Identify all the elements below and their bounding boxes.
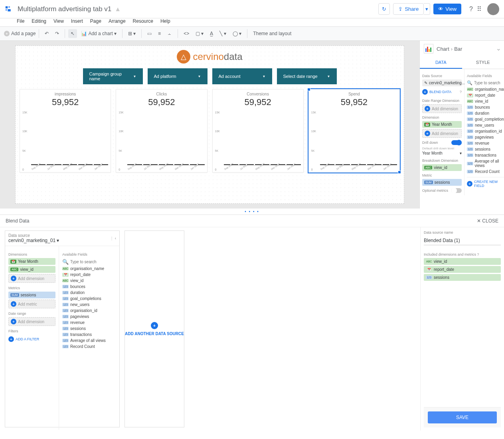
menu-arrange[interactable]: Arrange bbox=[109, 18, 126, 24]
add-date-dim[interactable]: +Add dimension bbox=[422, 104, 462, 113]
theme-button[interactable]: Theme and layout bbox=[251, 29, 294, 38]
dimension-chip[interactable]: 📅Year Month bbox=[422, 121, 462, 128]
field-item[interactable]: ABCorganisation_name bbox=[62, 266, 116, 272]
field-item[interactable]: 123Average of all views bbox=[62, 338, 116, 344]
date-control-button[interactable]: ▭ bbox=[145, 29, 154, 38]
tab-style[interactable]: STYLE bbox=[462, 57, 504, 69]
field-item[interactable]: 123sessions bbox=[62, 326, 116, 332]
panel-header[interactable]: Chart›Bar ⌵ bbox=[420, 41, 504, 57]
menu-view[interactable]: View bbox=[53, 18, 64, 24]
blend-dim-1[interactable]: 📅Year Month bbox=[8, 258, 55, 265]
filter-platform[interactable]: Ad platform▼ bbox=[148, 68, 208, 84]
field-item[interactable]: 123bounces bbox=[467, 104, 504, 110]
avatar[interactable] bbox=[487, 3, 499, 15]
scorecard-3[interactable]: Spend 59,952 15K 10K 5K 0 Sep 2019Jul 20… bbox=[308, 89, 400, 173]
refresh-button[interactable]: ↻ bbox=[378, 3, 390, 15]
included-field[interactable]: ABCview_id bbox=[424, 258, 501, 265]
optional-toggle[interactable] bbox=[451, 188, 462, 193]
breakdown-chip[interactable]: ABCview_id bbox=[422, 164, 462, 171]
field-item[interactable]: 123duration bbox=[62, 290, 116, 296]
field-item[interactable]: 123Record Count bbox=[62, 344, 116, 350]
shape-button[interactable]: ◯ ▾ bbox=[230, 29, 244, 38]
field-item[interactable]: ABCview_id bbox=[467, 98, 504, 104]
blend-add-dim[interactable]: +Add dimension bbox=[8, 274, 55, 283]
drill-toggle[interactable] bbox=[451, 140, 462, 145]
field-item[interactable]: ABCorganisation_name bbox=[467, 86, 504, 92]
blend-add-metric[interactable]: +Add metric bbox=[8, 300, 55, 308]
blend-search[interactable]: 🔍 bbox=[62, 258, 116, 266]
undo-button[interactable]: ↶ bbox=[42, 29, 51, 38]
chevron-down-icon[interactable]: ⌵ bbox=[497, 46, 500, 52]
blended-name-input[interactable]: Blended Data (1) bbox=[424, 236, 501, 245]
help-icon[interactable]: ? bbox=[469, 6, 473, 13]
blend-data-link[interactable]: +BLEND DATA? bbox=[422, 87, 462, 96]
filter-control-button[interactable]: ≡ bbox=[156, 29, 163, 38]
blend-add-daterange[interactable]: +Add dimension bbox=[8, 317, 55, 326]
canvas[interactable]: △ cervinodata Campaign group name▼ Ad pl… bbox=[0, 41, 419, 209]
add-page-button[interactable]: +Add a page bbox=[4, 31, 36, 36]
add-chart-button[interactable]: 📊Add a chart ▾ bbox=[79, 29, 119, 38]
add-data-source-button[interactable]: + ADD ANOTHER DATA SOURCE bbox=[125, 230, 184, 427]
share-dropdown[interactable]: ▾ bbox=[424, 3, 430, 15]
metric-chip[interactable]: SUMsessions bbox=[422, 179, 462, 186]
filter-account[interactable]: Ad account▼ bbox=[212, 68, 272, 84]
drill-level[interactable]: Year Month▾ bbox=[422, 150, 462, 156]
menu-resource[interactable]: Resource bbox=[133, 18, 153, 24]
data-control-button[interactable]: ⫠ bbox=[165, 29, 174, 38]
image-button[interactable]: ▢ ▾ bbox=[193, 29, 206, 38]
field-item[interactable]: 123Average of all views bbox=[467, 158, 504, 169]
menu-page[interactable]: Page bbox=[90, 18, 101, 24]
apps-icon[interactable]: ⠿ bbox=[477, 5, 482, 13]
menu-insert[interactable]: Insert bbox=[71, 18, 83, 24]
field-item[interactable]: ABCview_id bbox=[62, 278, 116, 284]
menu-editing[interactable]: Editing bbox=[32, 18, 46, 24]
create-field-link[interactable]: +CREATE NEW FIELD bbox=[467, 177, 504, 190]
field-item[interactable]: 123goal_completions bbox=[467, 116, 504, 122]
field-item[interactable]: 123new_users bbox=[467, 122, 504, 128]
doc-title[interactable]: Multiplatform advertising tab v1 bbox=[18, 5, 111, 13]
line-button[interactable]: ╲ ▾ bbox=[217, 29, 228, 38]
blend-add-filter[interactable]: +ADD A FILTER bbox=[8, 335, 55, 344]
collapse-icon[interactable]: ‹ bbox=[115, 236, 116, 240]
share-button[interactable]: ⇪Share bbox=[393, 3, 424, 15]
field-item[interactable]: 123bounces bbox=[62, 284, 116, 290]
field-item[interactable]: 123revenue bbox=[62, 320, 116, 326]
field-item[interactable]: 123revenue bbox=[467, 140, 504, 146]
blend-ds-select[interactable]: cervin0_marketing_01 ▾ bbox=[8, 238, 59, 243]
blend-dim-2[interactable]: ABCview_id bbox=[8, 266, 55, 273]
data-source-chip[interactable]: ✎cervin0_marketing... bbox=[422, 79, 462, 86]
add-dimension[interactable]: +Add dimension bbox=[422, 129, 462, 138]
select-tool[interactable]: ↖ bbox=[68, 29, 77, 38]
community-viz-button[interactable]: ⊞ ▾ bbox=[126, 29, 138, 38]
field-item[interactable]: 123goal_completions bbox=[62, 296, 116, 302]
filter-date[interactable]: Select date range▼ bbox=[277, 68, 337, 84]
close-button[interactable]: ✕ CLOSE bbox=[477, 218, 498, 224]
field-item[interactable]: 📅report_date bbox=[62, 272, 116, 278]
scorecard-1[interactable]: Clicks 59,952 15K 10K 5K 0 Sep 2019Jul 2… bbox=[116, 89, 207, 173]
field-item[interactable]: 123new_users bbox=[62, 302, 116, 308]
filter-campaign[interactable]: Campaign group name▼ bbox=[83, 68, 143, 84]
menu-file[interactable]: File bbox=[17, 18, 24, 24]
field-item[interactable]: 123organisation_id bbox=[467, 128, 504, 134]
field-item[interactable]: 123organisation_id bbox=[62, 308, 116, 314]
scorecard-2[interactable]: Conversions 59,952 15K 10K 5K 0 Sep 2019… bbox=[212, 89, 304, 173]
blend-metric-1[interactable]: SUMsessions bbox=[8, 292, 55, 298]
field-item[interactable]: 📅report_date bbox=[467, 92, 504, 98]
field-item[interactable]: 123transactions bbox=[467, 152, 504, 158]
embed-button[interactable]: <> bbox=[181, 29, 192, 38]
tab-data[interactable]: DATA bbox=[420, 57, 462, 69]
field-search[interactable]: 🔍 bbox=[467, 79, 504, 86]
text-button[interactable]: A̲ bbox=[208, 29, 215, 38]
included-field[interactable]: 123sessions bbox=[424, 274, 501, 281]
view-button[interactable]: 👁View bbox=[433, 4, 461, 14]
field-item[interactable]: 123sessions bbox=[467, 146, 504, 152]
field-item[interactable]: 123Record Count bbox=[467, 169, 504, 175]
redo-button[interactable]: ↷ bbox=[53, 29, 61, 38]
scorecard-0[interactable]: impressions 59,952 15K 10K 5K 0 Sep 2019… bbox=[20, 89, 111, 173]
save-button[interactable]: SAVE bbox=[428, 411, 497, 423]
field-item[interactable]: 123transactions bbox=[62, 332, 116, 338]
field-item[interactable]: 123duration bbox=[467, 110, 504, 116]
field-item[interactable]: 123pageviews bbox=[467, 134, 504, 140]
included-field[interactable]: 📅report_date bbox=[424, 266, 501, 273]
panel-resize-handle[interactable]: • • • • bbox=[0, 209, 504, 215]
